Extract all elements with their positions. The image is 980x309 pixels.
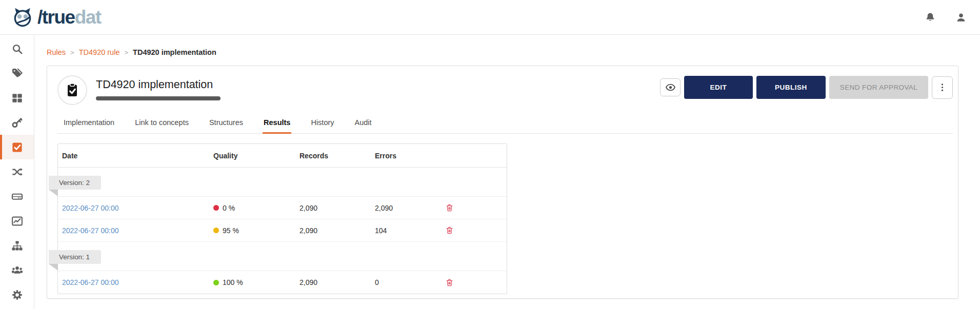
more-actions-button[interactable] (932, 76, 953, 99)
sidebar-item-users[interactable] (0, 258, 34, 282)
sidebar-item-storage[interactable] (0, 184, 34, 209)
main-content: Rules>TD4920 rule>TD4920 implementation … (34, 35, 980, 299)
search-icon (11, 43, 23, 55)
key-icon (11, 117, 23, 129)
sidebar-item-analytics[interactable] (0, 209, 34, 233)
logo-text-dark: /true (37, 7, 75, 28)
version-group: Version: 22022-06-27 00:000 %2,0902,0902… (58, 168, 507, 242)
send-for-approval-button[interactable]: SEND FOR APPROVAL (829, 76, 928, 99)
errors-cell: 0 (371, 278, 437, 286)
quality-value: 95 % (223, 226, 239, 235)
result-row: 2022-06-27 00:00100 %2,0900 (58, 271, 507, 294)
quality-cell: 100 % (209, 278, 295, 286)
results-table: DateQualityRecordsErrorsVersion: 22022-0… (57, 143, 507, 294)
page-title: TD4920 implementation (96, 78, 221, 91)
result-date-link[interactable]: 2022-06-27 00:00 (62, 278, 119, 286)
kebab-menu-icon (937, 82, 948, 93)
tab-structures[interactable]: Structures (208, 118, 244, 133)
eye-icon (665, 82, 676, 93)
topbar: /truedat (0, 0, 980, 35)
sidebar-item-lineage[interactable] (0, 159, 34, 184)
implementation-card: TD4920 implementation EDIT PUBLISH SEND … (47, 66, 958, 299)
shuffle-icon (11, 166, 23, 178)
trash-icon (445, 203, 454, 212)
sidebar (0, 35, 34, 309)
breadcrumb-link-rules[interactable]: Rules (47, 48, 66, 56)
records-cell: 2,090 (295, 204, 371, 212)
sidebar-item-search[interactable] (0, 36, 34, 61)
trash-icon (445, 278, 454, 287)
version-group: Version: 12022-06-27 00:00100 %2,0900 (58, 242, 507, 294)
actions-cell (437, 278, 507, 287)
implementation-avatar (57, 75, 87, 105)
sitemap-icon (11, 240, 23, 252)
title-block: TD4920 implementation (96, 75, 221, 100)
quality-cell: 95 % (209, 226, 295, 235)
quality-cell: 0 % (209, 204, 295, 212)
sidebar-item-settings[interactable] (0, 282, 34, 307)
result-date-link[interactable]: 2022-06-27 00:00 (62, 204, 119, 212)
date-cell: 2022-06-27 00:00 (58, 226, 209, 235)
tab-history[interactable]: History (310, 118, 335, 133)
logo-text-light: dat (75, 7, 101, 28)
column-header-errors: Errors (371, 152, 437, 160)
breadcrumb-separator: > (124, 49, 128, 56)
records-cell: 2,090 (295, 278, 371, 286)
storage-icon (11, 191, 23, 202)
breadcrumb-current: TD4920 implementation (133, 48, 216, 56)
version-row: Version: 1 (58, 242, 507, 271)
column-header-records: Records (295, 152, 371, 160)
column-header-date: Date (58, 152, 209, 160)
delete-result-button[interactable] (445, 203, 454, 212)
check-square-icon (11, 141, 23, 153)
result-row: 2022-06-27 00:0095 %2,090104 (58, 219, 507, 242)
tab-audit[interactable]: Audit (354, 118, 373, 133)
errors-cell: 2,090 (371, 204, 437, 212)
bell-icon (925, 12, 936, 23)
owl-logo-icon (11, 6, 34, 29)
sidebar-item-modules[interactable] (0, 86, 34, 110)
version-badge: Version: 1 (49, 250, 101, 264)
version-row: Version: 2 (58, 168, 507, 197)
tab-link-to-concepts[interactable]: Link to concepts (134, 118, 190, 133)
progress-bar (96, 96, 221, 100)
tab-bar: ImplementationLink to conceptsStructures… (57, 118, 953, 134)
user-icon (955, 12, 967, 23)
edit-button[interactable]: EDIT (684, 76, 753, 99)
delete-result-button[interactable] (445, 226, 454, 235)
result-date-link[interactable]: 2022-06-27 00:00 (62, 226, 119, 235)
user-menu-button[interactable] (955, 12, 967, 23)
preview-button[interactable] (660, 78, 681, 96)
records-cell: 2,090 (295, 226, 371, 235)
sidebar-item-hierarchy[interactable] (0, 233, 34, 258)
users-icon (11, 264, 23, 276)
breadcrumb: Rules>TD4920 rule>TD4920 implementation (47, 48, 958, 56)
breadcrumb-link-td4920-rule[interactable]: TD4920 rule (79, 48, 120, 56)
publish-button[interactable]: PUBLISH (756, 76, 826, 99)
tags-icon (11, 68, 23, 79)
tab-implementation[interactable]: Implementation (63, 118, 115, 133)
tab-results[interactable]: Results (263, 118, 291, 133)
actions-cell (437, 226, 507, 235)
breadcrumb-separator: > (70, 49, 74, 56)
table-header-row: DateQualityRecordsErrors (58, 144, 507, 168)
grid-icon (11, 92, 23, 104)
version-badge: Version: 2 (49, 176, 101, 190)
sidebar-item-permissions[interactable] (0, 110, 34, 135)
sidebar-item-tags[interactable] (0, 61, 34, 86)
gear-icon (11, 289, 23, 301)
sidebar-item-quality[interactable] (0, 135, 34, 159)
date-cell: 2022-06-27 00:00 (58, 204, 209, 212)
quality-value: 100 % (223, 278, 243, 286)
card-header: TD4920 implementation EDIT PUBLISH SEND … (57, 75, 953, 105)
quality-value: 0 % (223, 204, 235, 212)
quality-status-dot (213, 280, 219, 285)
delete-result-button[interactable] (445, 278, 454, 287)
quality-status-dot (213, 205, 219, 211)
action-buttons: EDIT PUBLISH SEND FOR APPROVAL (660, 76, 953, 99)
logo-text: /truedat (37, 8, 101, 27)
trash-icon (445, 226, 454, 235)
notifications-button[interactable] (925, 12, 936, 23)
date-cell: 2022-06-27 00:00 (58, 278, 209, 286)
truedat-logo: /truedat (11, 6, 101, 29)
